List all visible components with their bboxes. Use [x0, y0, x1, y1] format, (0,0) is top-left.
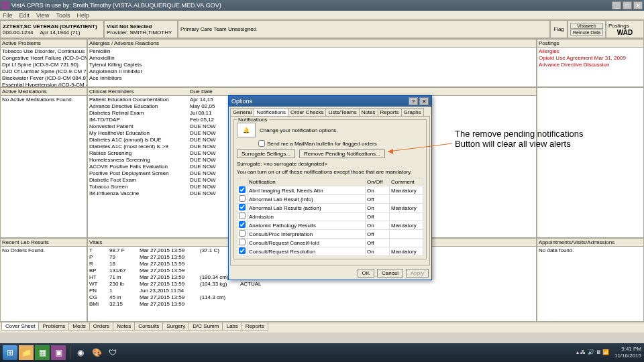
postings-value: WAD	[608, 29, 641, 36]
window-titlebar: VistA CPRS in use by: Smith,Timothy (VIS…	[0, 0, 644, 11]
menu-edit[interactable]: Edit	[19, 12, 30, 19]
list-item[interactable]: Congestive Heart Failure (ICD-9-CM 428	[2, 55, 85, 62]
table-row[interactable]: Abnormal Lab Result (Info)Off	[237, 195, 423, 204]
tab-consults[interactable]: Consults	[134, 322, 163, 330]
list-item[interactable]: Advance Directive Discussion	[539, 62, 642, 68]
av-icon[interactable]: 🛡	[105, 345, 120, 360]
list-item[interactable]: Ace Inhibitors	[89, 75, 535, 82]
dialog-body: Notifications 🔔 Change your notification…	[230, 116, 430, 265]
surrogate-settings-button[interactable]: Surrogate Settings...	[237, 149, 295, 158]
table-row[interactable]: AdmissionOff	[237, 213, 423, 221]
table-row[interactable]: Abnormal Lab Results (action)OnMandatory	[237, 204, 423, 213]
table-row[interactable]: Anatomic Pathology ResultsOnMandatory	[237, 221, 423, 230]
notifications-table[interactable]: Notification On/Off Comment Abnl Imaging…	[237, 178, 423, 256]
tray-icons[interactable]: ▴ 🖧 🔊 🖥 📶	[576, 349, 609, 356]
remote-data-button[interactable]: Remote Data	[570, 29, 603, 36]
list-item[interactable]: Angiotensin II Inhibitor	[89, 68, 535, 75]
taskbar-date: 11/16/2015	[614, 353, 641, 359]
allergies-list[interactable]: PenicillinAmoxicillinTylenol Killing Cap…	[88, 48, 536, 86]
row-checkbox[interactable]	[239, 195, 246, 202]
tab-problems[interactable]: Problems	[38, 322, 69, 330]
dialog-tab-order-checks[interactable]: Order Checks	[288, 108, 326, 116]
table-row[interactable]: Abnl Imaging Reslt, Needs AttnOnMandator…	[237, 186, 423, 195]
tab-reports[interactable]: Reports	[241, 322, 268, 330]
patient-info-box[interactable]: ZZTEST,SC VETERAN (OUTPATIENT) 000-00-12…	[0, 20, 104, 38]
dialog-help-button[interactable]: ?	[409, 97, 418, 105]
recent-lab-results-body[interactable]: No Orders Found.	[1, 247, 87, 321]
postings-box[interactable]: Postings WAD	[606, 20, 644, 38]
list-item[interactable]: Blackwater Fever (ICD-9-CM 084.8)	[2, 75, 85, 82]
row-checkbox[interactable]	[239, 213, 246, 219]
table-row[interactable]: Consult/Request Cancel/HoldOff	[237, 239, 423, 247]
primary-care-team[interactable]: Primary Care Team Unassigned	[178, 20, 550, 38]
dialog-tab-notifications[interactable]: Notifications	[254, 108, 288, 116]
tab-notes[interactable]: Notes	[113, 322, 135, 330]
tab-d-c-summ[interactable]: D/C Summ	[189, 322, 223, 330]
apply-button[interactable]: Apply	[406, 269, 429, 278]
vistaweb-button[interactable]: Vistaweb	[570, 23, 603, 29]
chrome-icon[interactable]: ◉	[73, 345, 88, 360]
table-row[interactable]: Consult/Proc InterpretationOff	[237, 230, 423, 239]
row-checkbox[interactable]	[239, 239, 246, 245]
list-item[interactable]: Tylenol Killing Caplets	[89, 62, 535, 68]
annotation-arrow	[388, 150, 453, 152]
notifications-group: Notifications 🔔 Change your notification…	[233, 119, 427, 259]
cancel-button[interactable]: Cancel	[377, 269, 403, 278]
explorer-icon[interactable]: 📁	[19, 345, 34, 360]
dialog-tab-general[interactable]: General	[230, 108, 254, 116]
list-item[interactable]: Tobacco Use Disorder, Continuous (ICD...…	[2, 48, 85, 55]
cprs-taskbar-icon[interactable]: ▣	[51, 345, 66, 360]
postings-list[interactable]: AllergiesOpioid Use Agreement Mar 31, 20…	[537, 48, 643, 86]
row-checkbox[interactable]	[239, 186, 246, 193]
empty-panel-right	[537, 87, 644, 238]
active-medications-body[interactable]: No Active Medications Found.	[1, 96, 87, 237]
appointments-body[interactable]: No data found.	[537, 247, 643, 321]
list-item[interactable]: Essential Hypertension (ICD-9-CM 401.9	[2, 82, 85, 86]
row-checkbox[interactable]	[239, 247, 246, 254]
system-tray[interactable]: ▴ 🖧 🔊 🖥 📶 9:41 PM 11/16/2015	[576, 346, 641, 359]
paint-icon[interactable]: 🎨	[89, 345, 104, 360]
close-button[interactable]: ✕	[633, 1, 643, 9]
start-button[interactable]: ⊞	[3, 345, 17, 360]
list-item[interactable]: Penicillin	[89, 48, 535, 55]
flag-box[interactable]: Flag	[550, 20, 568, 38]
taskbar-time: 9:41 PM	[614, 346, 641, 353]
dialog-tab-notes[interactable]: Notes	[359, 108, 378, 116]
svg-marker-1	[388, 149, 393, 154]
tab-orders[interactable]: Orders	[89, 322, 113, 330]
tab-labs[interactable]: Labs	[222, 322, 241, 330]
list-item[interactable]: Opioid Use Agreement Mar 31, 2009	[539, 55, 642, 62]
list-item[interactable]: Dpl Lf Spine (ICD-9-CM 721.90)	[2, 62, 85, 68]
visit-box[interactable]: Visit Not Selected Provider: SMITH,TIMOT…	[104, 20, 178, 38]
dialog-tab-graphs[interactable]: Graphs	[401, 108, 424, 116]
table-row[interactable]: Consult/Request ResolutionOnMandatory	[237, 247, 423, 256]
list-item[interactable]: Allergies	[539, 48, 642, 55]
dialog-tab-lists-teams[interactable]: Lists/Teams	[325, 108, 359, 116]
tab-meds[interactable]: Meds	[68, 322, 90, 330]
dialog-close-button[interactable]: ✕	[419, 97, 429, 105]
ok-button[interactable]: OK	[358, 269, 375, 278]
menu-view[interactable]: View	[36, 12, 49, 19]
menu-file[interactable]: File	[3, 12, 13, 19]
app-icon-2[interactable]: ▦	[35, 345, 50, 360]
remove-pending-notifications-button[interactable]: Remove Pending Notifications...	[299, 149, 385, 158]
list-item[interactable]: Amoxicillin	[89, 55, 535, 62]
tab-cover-sheet[interactable]: Cover Sheet	[1, 322, 39, 330]
maximize-button[interactable]: □	[623, 1, 632, 9]
row-checkbox[interactable]	[239, 221, 246, 228]
tab-surgery[interactable]: Surgery	[162, 322, 189, 330]
menu-help[interactable]: Help	[76, 12, 89, 19]
row-checkbox[interactable]	[239, 230, 246, 237]
allergies-panel: Allergies / Adverse Reactions Penicillin…	[87, 39, 537, 87]
row-checkbox[interactable]	[239, 204, 246, 210]
menu-tools[interactable]: Tools	[56, 12, 70, 19]
postings-label: Postings	[608, 23, 641, 29]
active-medications-panel: Active Medications No Active Medications…	[0, 87, 87, 238]
dialog-tab-reports[interactable]: Reports	[378, 108, 402, 116]
appointments-header: Appointments/Visits/Admissions	[537, 239, 643, 247]
minimize-button[interactable]: _	[612, 1, 621, 9]
surrogate-note: Surrogate: <no surrogate designated>	[237, 161, 423, 167]
mailman-checkbox[interactable]	[258, 140, 265, 147]
list-item[interactable]: DJD Of Lumbar Spine (ICD-9-CM 721.3)	[2, 68, 85, 75]
active-problems-list[interactable]: Tobacco Use Disorder, Continuous (ICD...…	[1, 48, 87, 86]
